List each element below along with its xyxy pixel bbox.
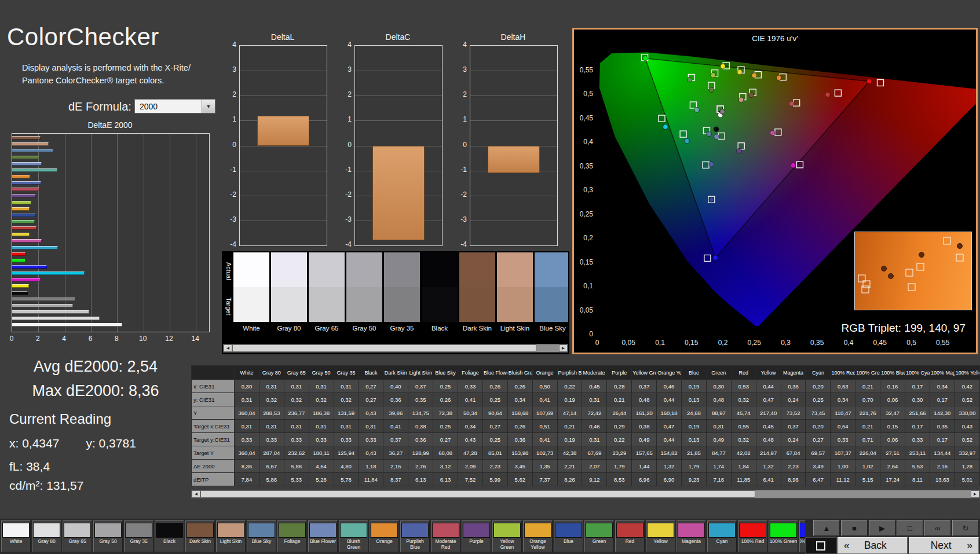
table-scrollbar[interactable]: ◄ ►	[191, 490, 980, 498]
deltae-bar	[12, 226, 36, 230]
colorchecker-swatch[interactable]: Dark Skin	[459, 252, 495, 332]
patch-button-red[interactable]: Red	[615, 520, 645, 552]
scroll-right-icon[interactable]: ►	[971, 490, 979, 498]
patch-button-gray-35[interactable]: Gray 35	[124, 520, 153, 552]
patch-button-moderate-red[interactable]: Moderate Red	[431, 520, 460, 552]
patch-button-blue[interactable]: Blue	[554, 520, 583, 552]
scroll-thumb[interactable]	[232, 344, 536, 352]
patch-button-blue-sky[interactable]: Blue Sky	[247, 520, 276, 552]
patch-button-green[interactable]: Green	[584, 520, 614, 552]
back-button[interactable]: « Back	[838, 537, 908, 554]
table-cell: 1,18	[359, 460, 383, 473]
patch-color-chip	[739, 523, 766, 538]
patch-button-white[interactable]: White	[1, 520, 31, 552]
table-cell: 0,71	[855, 433, 880, 446]
patch-button-100-green[interactable]: 100% Green	[769, 520, 798, 552]
table-cell: 5,88	[284, 460, 309, 473]
colorchecker-swatch[interactable]: Gray 65	[309, 252, 345, 332]
table-cell: 0,37	[632, 380, 657, 393]
table-header-row: WhiteGray 80Gray 65Gray 50Gray 35BlackDa…	[192, 366, 980, 380]
scroll-left-icon[interactable]: ◄	[224, 344, 232, 352]
patch-button-black[interactable]: Black	[155, 520, 184, 552]
table-cell: 13,63	[930, 473, 955, 486]
colorchecker-swatch[interactable]: Blue Sky	[535, 252, 568, 332]
scroll-left-icon[interactable]: ◄	[192, 490, 200, 498]
cie-diagram-title: CIE 1976 u'v'	[574, 34, 976, 43]
patch-button-bluish-green[interactable]: Bluish Green	[339, 520, 368, 552]
patch-button-orange[interactable]: Orange	[370, 520, 399, 552]
patch-button-orange-yellow[interactable]: Orange Yellow	[523, 520, 553, 552]
patch-button-gray-80[interactable]: Gray 80	[32, 520, 61, 552]
x-axis-tick-label: 0,15	[685, 339, 699, 347]
table-cell: 0,31	[259, 420, 284, 433]
de-formula-dropdown[interactable]: 2000 ▼	[134, 99, 215, 113]
scroll-right-icon[interactable]: ►	[559, 344, 568, 352]
table-cell: 1,35	[532, 460, 557, 473]
next-chevron-icon: »	[967, 540, 972, 552]
swatch-scrollbar[interactable]: ◄ ►	[223, 344, 568, 353]
colorchecker-swatch[interactable]: White	[233, 252, 269, 332]
axis-tick-label: 2	[452, 90, 467, 98]
scroll-track[interactable]	[200, 490, 971, 498]
table-cell: 0,37	[408, 380, 433, 393]
patch-button-label: Gray 50	[94, 539, 122, 545]
patch-color-chip	[616, 523, 643, 538]
axis-tick-label: 3	[452, 65, 467, 74]
patch-button-light-skin[interactable]: Light Skin	[216, 520, 246, 552]
x-axis-tick-label: 0,1	[655, 339, 665, 347]
axis-tick-label: 3	[337, 65, 352, 74]
colorchecker-swatch[interactable]: Light Skin	[497, 252, 533, 332]
patch-button-cyan[interactable]: Cyan	[707, 520, 737, 552]
patch-button-purple[interactable]: Purple	[462, 520, 491, 552]
play-button[interactable]: ▶	[869, 520, 895, 536]
stop-measurement-button[interactable]	[805, 537, 836, 554]
patch-button-magenta[interactable]: Magenta	[677, 520, 706, 552]
axis-tick-label: -1	[221, 166, 236, 174]
patch-button-gray-65[interactable]: Gray 65	[63, 520, 92, 552]
patch-button-yellow-green[interactable]: Yellow Green	[492, 520, 522, 552]
table-cell: 67,84	[781, 446, 806, 460]
eject-button[interactable]: ▲	[813, 520, 840, 536]
scroll-thumb[interactable]	[200, 490, 755, 498]
patch-button-label: Yellow	[646, 539, 675, 545]
description-line-1: Display analysis is performed with the X…	[22, 61, 191, 74]
patch-button-blue-flower[interactable]: Blue Flower	[308, 520, 338, 552]
patch-button-foliage[interactable]: Foliage	[277, 520, 307, 552]
patch-button-yellow[interactable]: Yellow	[646, 520, 675, 552]
control-button-row: ▲■▶□∞↻	[805, 520, 979, 537]
patch-color-chip	[279, 523, 306, 538]
table-cell: 0,55	[731, 420, 756, 433]
table-cell: 0,30	[905, 393, 930, 406]
target-row-label: Target	[223, 289, 232, 323]
table-cell: 6,90	[657, 473, 682, 486]
patch-button-label: Purplish Blue	[401, 539, 429, 550]
x-axis-tick-label: 0	[595, 339, 599, 347]
table-cell: 2,09	[458, 460, 483, 473]
record-button[interactable]: □	[897, 520, 923, 536]
stop-button[interactable]: ■	[841, 520, 868, 536]
patch-button-100-red[interactable]: 100% Red	[738, 520, 767, 552]
colorchecker-swatch[interactable]: Black	[422, 252, 458, 332]
colorchecker-swatch[interactable]: Gray 35	[384, 252, 420, 332]
table-cell: 73,45	[806, 406, 831, 420]
colorchecker-swatch[interactable]: Gray 50	[346, 252, 382, 332]
patch-button-gray-50[interactable]: Gray 50	[93, 520, 123, 552]
patch-button-purplish-blue[interactable]: Purplish Blue	[400, 520, 430, 552]
table-cell: 0,20	[806, 420, 831, 433]
loop-button[interactable]: ∞	[924, 520, 951, 536]
colorchecker-swatch[interactable]: Gray 80	[271, 252, 307, 332]
refresh-button[interactable]: ↻	[952, 520, 979, 536]
table-cell: 1,32	[657, 460, 682, 473]
chevron-down-icon[interactable]: ▼	[202, 100, 215, 113]
scroll-track[interactable]	[232, 344, 559, 352]
table-cell: 125,94	[334, 446, 359, 460]
deltae-bar	[12, 291, 28, 295]
measured-point	[749, 93, 754, 98]
table-row: Y360,04288,53236,77186,38131,590,4339,86…	[192, 406, 980, 420]
x-axis-tick-label: 0,4	[844, 339, 854, 347]
table-cell: 5,28	[309, 473, 334, 486]
table-column-header: Magenta	[781, 366, 806, 380]
patch-button-dark-skin[interactable]: Dark Skin	[185, 520, 215, 552]
next-button[interactable]: Next »	[909, 537, 979, 554]
table-cell: 0,41	[532, 393, 557, 406]
